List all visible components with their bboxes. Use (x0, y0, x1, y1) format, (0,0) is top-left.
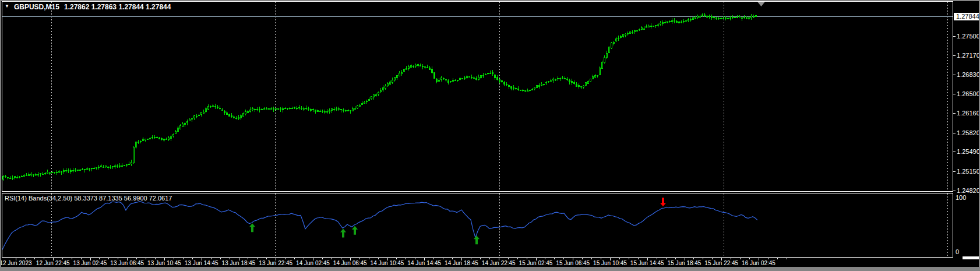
main-chart-border (2, 2, 953, 192)
time-axis-label: 13 Jun 14:45 (181, 260, 222, 267)
price-axis-label: 1.26830 (957, 71, 980, 78)
day-separator-lines (52, 2, 948, 257)
rsi-scale-max: 100 (956, 194, 966, 201)
time-axis-label: 16 Jun 02:45 (738, 260, 779, 267)
chart-plot-area[interactable] (0, 0, 980, 271)
symbol-period-label: GBPUSD,M15 (14, 3, 59, 10)
time-axis-label: 14 Jun 14:45 (404, 260, 445, 267)
time-axis-label: 13 Jun 02:45 (70, 260, 111, 267)
time-axis-label: 13 Jun 18:45 (218, 260, 259, 267)
current-price-tag: 1.27844 (954, 13, 980, 20)
buy-signal-arrow-icon (474, 235, 480, 244)
window-frame-left (0, 0, 1, 271)
time-axis-label: 13 Jun 22:45 (255, 260, 296, 267)
symbol-dropdown-icon[interactable]: ▼ (5, 3, 9, 10)
scrollbar-thumb[interactable] (963, 256, 979, 259)
price-axis-label: 1.25820 (957, 129, 980, 136)
price-axis-label: 1.27170 (957, 52, 980, 59)
rsi-indicator-series (2, 202, 757, 250)
time-axis-label: 14 Jun 10:45 (367, 260, 408, 267)
time-axis-label: 15 Jun 02:45 (516, 260, 556, 267)
price-axis-label: 1.27500 (957, 33, 980, 40)
chart-shift-marker-icon[interactable] (757, 2, 765, 6)
price-axis-label: 1.26500 (957, 90, 980, 97)
signal-arrows (249, 198, 666, 244)
chart-title: ▼ GBPUSD,M15 1.27862 1.27863 1.27844 1.2… (5, 3, 171, 10)
window-frame-bottom (0, 267, 980, 271)
time-axis-label: 12 Jun 2023 (0, 260, 36, 267)
time-axis-label: 14 Jun 02:45 (292, 260, 333, 267)
axis-ticks (16, 37, 956, 261)
time-axis-label: 14 Jun 18:45 (441, 260, 482, 267)
price-axis-label: 1.25150 (957, 168, 980, 175)
buy-signal-arrow-icon (249, 223, 255, 232)
chart-window: ▼ GBPUSD,M15 1.27862 1.27863 1.27844 1.2… (0, 0, 980, 271)
window-frame-top (0, 0, 980, 1)
time-axis-label: 14 Jun 06:45 (330, 260, 371, 267)
time-axis-label: 15 Jun 06:45 (552, 260, 593, 267)
time-axis-label: 15 Jun 10:45 (590, 260, 630, 267)
rsi-scale-min: 0 (956, 248, 959, 255)
time-axis-label: 12 Jun 22:45 (33, 260, 73, 267)
price-axis-label: 1.24820 (957, 187, 980, 194)
time-axis-label: 13 Jun 06:45 (107, 260, 147, 267)
time-axis-label: 13 Jun 10:45 (144, 260, 185, 267)
price-axis-label: 1.26160 (957, 110, 980, 117)
time-axis-label: 15 Jun 14:45 (627, 260, 668, 267)
candlestick-series (3, 13, 757, 181)
sell-signal-arrow-icon (660, 198, 666, 206)
time-axis-label: 15 Jun 22:45 (701, 260, 742, 267)
buy-signal-arrow-icon (352, 226, 358, 235)
price-axis-label: 1.25490 (957, 148, 980, 155)
buy-signal-arrow-icon (340, 228, 346, 237)
time-axis-label: 15 Jun 18:45 (664, 260, 705, 267)
rsi-indicator-label: RSI(14) Bands(34,2.50) 58.3373 87.1335 5… (5, 195, 172, 202)
rsi-line (2, 202, 757, 250)
time-axis-label: 14 Jun 22:45 (478, 260, 519, 267)
ohlc-values: 1.27862 1.27863 1.27844 1.27844 (64, 3, 171, 10)
